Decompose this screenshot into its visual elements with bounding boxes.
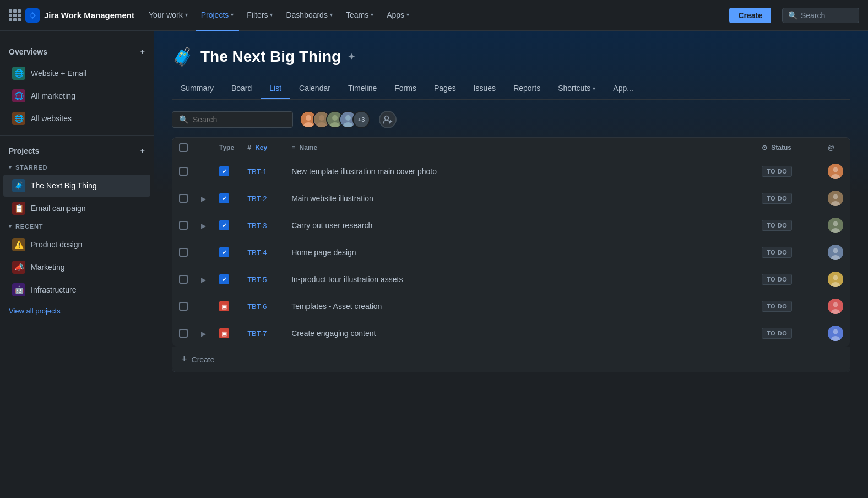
grid-icon[interactable] — [9, 9, 21, 21]
row-status-cell[interactable]: TO DO — [755, 320, 821, 347]
status-badge[interactable]: TO DO — [762, 247, 792, 258]
row-checkbox-cell[interactable] — [172, 185, 194, 212]
tab-shortcuts[interactable]: Shortcuts ▾ — [549, 78, 604, 99]
table-row[interactable]: ▶ TBT-7 Create engaging content TO DO — [172, 320, 850, 347]
table-row[interactable]: ▶ TBT-3 Carry out user research TO DO — [172, 212, 850, 239]
view-all-projects-link[interactable]: View all projects — [0, 301, 154, 321]
sidebar-item-email-campaign[interactable]: 📋 Email campaign — [3, 197, 150, 219]
tab-reports[interactable]: Reports — [504, 78, 549, 99]
nav-your-work[interactable]: Your work ▾ — [143, 0, 193, 31]
row-checkbox-cell[interactable] — [172, 293, 194, 320]
avatar-extra-count[interactable]: +3 — [352, 111, 370, 128]
table-row[interactable]: TBT-1 New template illustration main cov… — [172, 158, 850, 185]
issue-key[interactable]: TBT-4 — [247, 248, 267, 257]
expand-arrow-icon[interactable]: ▶ — [201, 222, 206, 230]
row-key-cell[interactable]: TBT-3 — [241, 212, 285, 239]
select-all-checkbox[interactable] — [179, 143, 188, 152]
issue-key[interactable]: TBT-1 — [247, 167, 267, 176]
row-checkbox[interactable] — [179, 221, 188, 230]
status-badge[interactable]: TO DO — [762, 220, 792, 231]
issue-key[interactable]: TBT-5 — [247, 275, 267, 284]
recent-toggle[interactable]: ▾ RECENT — [0, 220, 154, 233]
row-status-cell[interactable]: TO DO — [755, 293, 821, 320]
tab-forms[interactable]: Forms — [386, 78, 425, 99]
row-key-cell[interactable]: TBT-4 — [241, 239, 285, 266]
create-button[interactable]: Create — [729, 8, 771, 23]
row-expand-cell[interactable] — [194, 239, 213, 266]
tab-summary[interactable]: Summary — [172, 78, 223, 99]
status-badge[interactable]: TO DO — [762, 193, 792, 204]
row-checkbox[interactable] — [179, 194, 188, 203]
add-project-button[interactable]: + — [140, 147, 145, 155]
row-expand-cell[interactable]: ▶ — [194, 266, 213, 293]
row-key-cell[interactable]: TBT-5 — [241, 266, 285, 293]
row-expand-cell[interactable]: ▶ — [194, 212, 213, 239]
col-header-status[interactable]: ⊙ Status — [755, 138, 821, 158]
row-name-cell[interactable]: In-product tour illustration assets — [285, 266, 755, 293]
sidebar-item-all-marketing[interactable]: 🌐 All marketing — [3, 85, 150, 107]
row-name-cell[interactable]: Templates - Asset creation — [285, 293, 755, 320]
row-checkbox-cell[interactable] — [172, 158, 194, 185]
issue-key[interactable]: TBT-2 — [247, 194, 267, 203]
row-checkbox[interactable] — [179, 275, 188, 284]
expand-arrow-icon[interactable]: ▶ — [201, 330, 206, 338]
col-header-key[interactable]: # Key — [241, 138, 285, 158]
status-badge[interactable]: TO DO — [762, 274, 792, 285]
row-key-cell[interactable]: TBT-2 — [241, 185, 285, 212]
app-logo[interactable]: Jira Work Management — [9, 8, 134, 23]
row-key-cell[interactable]: TBT-7 — [241, 320, 285, 347]
row-name-cell[interactable]: New template illustration main cover pho… — [285, 158, 755, 185]
row-checkbox[interactable] — [179, 248, 188, 257]
row-key-cell[interactable]: TBT-6 — [241, 293, 285, 320]
tab-board[interactable]: Board — [223, 78, 261, 99]
list-search[interactable]: 🔍 — [172, 111, 293, 128]
search-input[interactable] — [193, 115, 286, 124]
expand-arrow-icon[interactable]: ▶ — [201, 195, 206, 203]
sidebar-item-all-websites[interactable]: 🌐 All websites — [3, 107, 150, 129]
expand-arrow-icon[interactable]: ▶ — [201, 276, 206, 284]
status-badge[interactable]: TO DO — [762, 328, 792, 339]
global-search[interactable]: 🔍 Search — [782, 8, 859, 23]
row-checkbox-cell[interactable] — [172, 266, 194, 293]
starred-toggle[interactable]: ▾ STARRED — [0, 161, 154, 174]
table-row[interactable]: TBT-6 Templates - Asset creation TO DO — [172, 293, 850, 320]
status-badge[interactable]: TO DO — [762, 166, 792, 177]
add-member-button[interactable] — [379, 111, 397, 128]
sidebar-item-marketing[interactable]: 📣 Marketing — [3, 256, 150, 278]
star-icon[interactable]: ✦ — [348, 51, 356, 63]
row-status-cell[interactable]: TO DO — [755, 158, 821, 185]
sidebar-item-next-big-thing[interactable]: 🧳 The Next Big Thing — [3, 175, 150, 197]
row-name-cell[interactable]: Carry out user research — [285, 212, 755, 239]
sidebar-item-product-design[interactable]: ⚠️ Product design — [3, 234, 150, 256]
row-checkbox-cell[interactable] — [172, 212, 194, 239]
row-expand-cell[interactable]: ▶ — [194, 320, 213, 347]
table-row[interactable]: TBT-4 Home page design TO DO — [172, 239, 850, 266]
issue-key[interactable]: TBT-7 — [247, 329, 267, 338]
row-status-cell[interactable]: TO DO — [755, 185, 821, 212]
table-row[interactable]: ▶ TBT-5 In-product tour illustration ass… — [172, 266, 850, 293]
tab-apps[interactable]: App... — [604, 78, 642, 99]
row-key-cell[interactable]: TBT-1 — [241, 158, 285, 185]
tab-issues[interactable]: Issues — [465, 78, 504, 99]
status-badge[interactable]: TO DO — [762, 301, 792, 312]
issue-key[interactable]: TBT-6 — [247, 302, 267, 311]
tab-timeline[interactable]: Timeline — [339, 78, 386, 99]
add-overview-button[interactable]: + — [140, 47, 145, 56]
row-name-cell[interactable]: Home page design — [285, 239, 755, 266]
row-checkbox[interactable] — [179, 167, 188, 176]
nav-projects[interactable]: Projects ▾ — [196, 0, 240, 31]
col-header-select-all[interactable] — [172, 138, 194, 158]
nav-filters[interactable]: Filters ▾ — [241, 0, 278, 31]
row-expand-cell[interactable] — [194, 158, 213, 185]
row-checkbox[interactable] — [179, 302, 188, 311]
nav-apps[interactable]: Apps ▾ — [381, 0, 415, 31]
row-status-cell[interactable]: TO DO — [755, 212, 821, 239]
nav-teams[interactable]: Teams ▾ — [340, 0, 379, 31]
tab-pages[interactable]: Pages — [425, 78, 465, 99]
row-checkbox-cell[interactable] — [172, 239, 194, 266]
tab-calendar[interactable]: Calendar — [290, 78, 339, 99]
sidebar-item-infrastructure[interactable]: 🤖 Infrastructure — [3, 279, 150, 301]
nav-dashboards[interactable]: Dashboards ▾ — [280, 0, 338, 31]
row-status-cell[interactable]: TO DO — [755, 266, 821, 293]
row-expand-cell[interactable] — [194, 293, 213, 320]
